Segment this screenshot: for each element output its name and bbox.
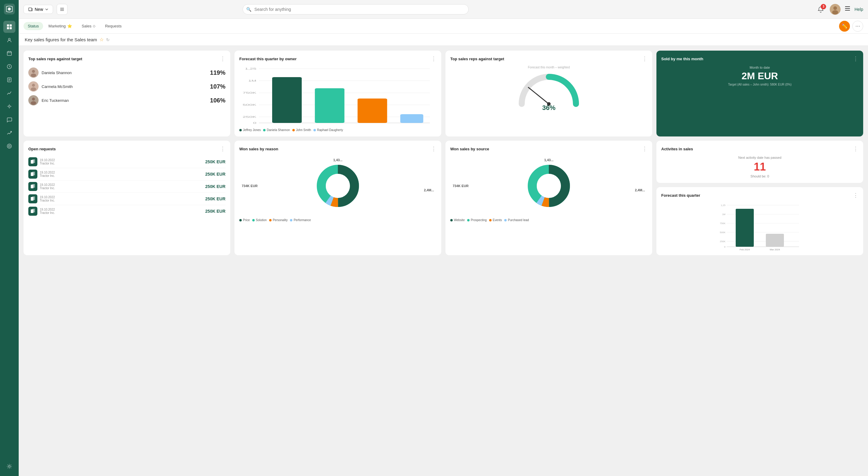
sidebar-item-analytics[interactable] xyxy=(3,127,16,139)
gauge-menu[interactable]: ⋮ xyxy=(642,56,647,62)
avatar[interactable] xyxy=(830,4,841,15)
request-amount: 250K EUR xyxy=(205,159,225,164)
sold-title: Sold by me this month xyxy=(661,57,703,61)
sidebar-item-campaigns[interactable] xyxy=(3,100,16,113)
rep-avatar xyxy=(28,95,38,105)
requests-menu[interactable]: ⋮ xyxy=(220,146,225,152)
svg-rect-39 xyxy=(272,77,302,123)
rep-avatar xyxy=(28,67,38,78)
activities-count: 11 xyxy=(661,161,858,173)
tab-requests[interactable]: Requests xyxy=(101,22,126,30)
svg-point-20 xyxy=(31,73,36,77)
right-column: Activites in sales ⋮ Next activity date … xyxy=(656,141,863,255)
header-right: 3 Help xyxy=(815,4,863,15)
activities-subtitle: Next activity date has passed xyxy=(661,156,858,159)
forecast-menu[interactable]: ⋮ xyxy=(431,56,436,62)
sidebar-item-forecasting[interactable] xyxy=(3,87,16,99)
tab-status[interactable]: Status xyxy=(24,22,43,30)
notifications-button[interactable]: 3 xyxy=(815,4,826,15)
svg-point-23 xyxy=(31,87,36,91)
request-amount: 250K EUR xyxy=(205,209,225,214)
donut-label-left: 734K EUR xyxy=(242,184,258,188)
new-button-label: New xyxy=(35,7,43,12)
refresh-icon[interactable]: ↻ xyxy=(106,37,110,42)
source-label-top: 1,43... xyxy=(544,158,554,162)
sidebar-item-chat[interactable] xyxy=(3,114,16,126)
rep-row: Daniela Shannon 119% xyxy=(28,66,225,80)
won-reason-menu[interactable]: ⋮ xyxy=(431,146,436,152)
sidebar-item-settings[interactable] xyxy=(3,460,16,472)
rep-pct: 106% xyxy=(210,97,225,104)
top-reps-menu[interactable]: ⋮ xyxy=(220,56,225,62)
svg-point-25 xyxy=(32,98,35,101)
svg-point-64 xyxy=(537,174,561,198)
help-link[interactable]: Help xyxy=(855,7,863,12)
activities-menu[interactable]: ⋮ xyxy=(853,146,858,152)
forecast-quarter-menu[interactable]: ⋮ xyxy=(853,192,858,198)
tab-sales[interactable]: Sales ◇ xyxy=(78,22,100,30)
requests-list: 19.10.2022 Tractor Inc. 250K EUR 19.10.2… xyxy=(28,156,225,217)
svg-point-16 xyxy=(833,6,837,10)
svg-rect-40 xyxy=(315,88,344,123)
sidebar-item-contacts[interactable] xyxy=(3,34,16,46)
sold-date-label: Month to date xyxy=(661,66,858,69)
source-label-right: 2,4M... xyxy=(635,188,645,192)
won-reason-legend: Price Solution Personality Performance xyxy=(239,218,436,222)
svg-rect-52 xyxy=(32,196,35,200)
sidebar-item-dashboard[interactable] xyxy=(3,21,16,33)
svg-point-17 xyxy=(832,10,838,14)
svg-point-6 xyxy=(8,38,10,40)
svg-rect-46 xyxy=(32,159,35,163)
sold-menu[interactable]: ⋮ xyxy=(853,56,858,62)
svg-rect-2 xyxy=(7,24,9,27)
svg-text:1,25: 1,25 xyxy=(245,67,256,70)
request-date: 19.10.2022 xyxy=(40,195,203,199)
request-row: 19.10.2022 Tractor Inc. 250K EUR xyxy=(28,205,225,217)
rep-list: Daniela Shannon 119% Carmela McSmith 107… xyxy=(28,66,225,107)
svg-text:250K: 250K xyxy=(720,240,725,243)
svg-rect-54 xyxy=(32,209,35,212)
request-row: 19.10.2022 Tractor Inc. 250K EUR xyxy=(28,193,225,205)
sidebar-item-deals[interactable] xyxy=(3,61,16,73)
svg-rect-79 xyxy=(766,234,784,247)
sidebar xyxy=(0,0,19,476)
new-button[interactable]: New xyxy=(24,5,53,14)
request-date: 19.10.2022 xyxy=(40,183,203,187)
svg-point-59 xyxy=(326,174,350,198)
header: New 🔍 3 Help xyxy=(19,0,868,19)
view-toggle-button[interactable] xyxy=(57,4,67,15)
forecast-title: Forecast this quarter by owner xyxy=(239,57,297,61)
request-amount: 250K EUR xyxy=(205,172,225,177)
svg-point-12 xyxy=(8,145,10,147)
svg-text:750K: 750K xyxy=(720,222,725,225)
svg-point-11 xyxy=(7,144,11,148)
notification-badge: 3 xyxy=(821,4,826,9)
favorite-icon[interactable]: ☆ xyxy=(99,37,104,42)
sidebar-item-goals[interactable] xyxy=(3,140,16,152)
svg-text:500K: 500K xyxy=(720,231,725,234)
donut-label-top: 1,43... xyxy=(333,158,343,162)
sidebar-item-calendar[interactable] xyxy=(3,47,16,59)
svg-point-1 xyxy=(8,7,11,10)
request-icon xyxy=(28,169,37,179)
svg-rect-41 xyxy=(358,98,387,123)
more-options-button[interactable]: ⋯ xyxy=(852,21,863,32)
sidebar-item-tasks[interactable] xyxy=(3,74,16,86)
menu-button[interactable] xyxy=(844,5,851,13)
svg-rect-42 xyxy=(400,114,423,123)
request-icon xyxy=(28,207,37,216)
sold-this-month-card: Sold by me this month ⋮ Month to date 2M… xyxy=(656,51,863,136)
rep-pct: 119% xyxy=(210,69,225,76)
tab-marketing[interactable]: Marketing ⭐ xyxy=(44,22,76,30)
gauge-pct: 36% xyxy=(542,104,555,112)
gauge-title: Top sales reps against target xyxy=(450,57,504,61)
logo xyxy=(4,4,15,15)
search-bar: 🔍 xyxy=(243,4,469,14)
won-source-menu[interactable]: ⋮ xyxy=(642,146,647,152)
svg-rect-7 xyxy=(7,52,11,56)
search-icon: 🔍 xyxy=(246,7,251,12)
svg-rect-5 xyxy=(10,27,12,29)
search-input[interactable] xyxy=(243,4,469,14)
edit-button[interactable]: ✏️ xyxy=(839,21,850,32)
svg-point-10 xyxy=(8,105,10,107)
